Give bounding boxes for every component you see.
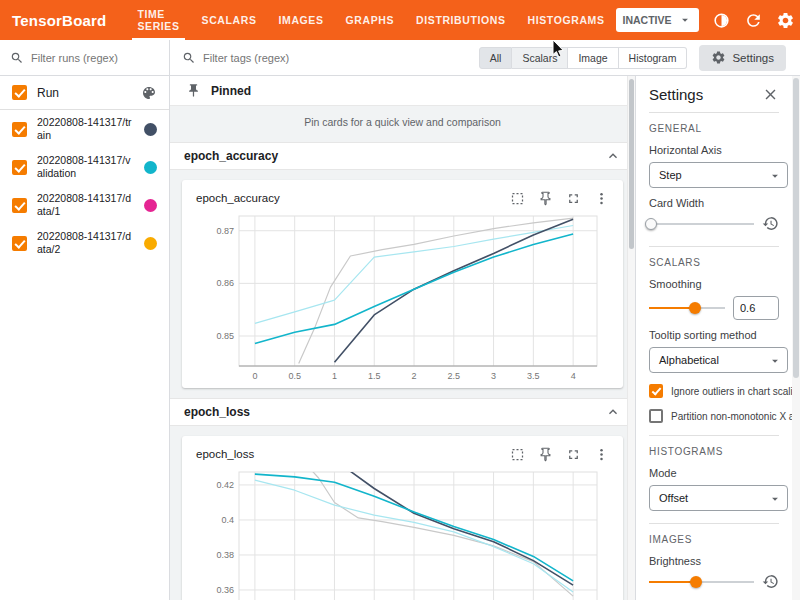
run-row[interactable]: 20220808-141317/data/1: [0, 186, 169, 224]
pinned-title: Pinned: [211, 84, 251, 98]
ignore-outliers-checkbox[interactable]: [649, 384, 663, 398]
fit-data-icon[interactable]: [510, 191, 525, 206]
histogram-mode-select[interactable]: Offset: [649, 485, 788, 511]
brightness-row: [649, 573, 779, 590]
main-scrollbar[interactable]: [627, 76, 635, 600]
theme-toggle-icon[interactable]: [712, 11, 731, 30]
more-options-icon[interactable]: [594, 191, 609, 206]
filter-chip-histogram[interactable]: Histogram: [619, 47, 688, 69]
card-title: epoch_loss: [196, 448, 254, 460]
filter-tags-input[interactable]: [203, 52, 423, 64]
reset-card-width-icon[interactable]: [762, 215, 779, 232]
card-title: epoch_accuracy: [196, 192, 280, 204]
partition-x-axis-checkbox[interactable]: [649, 409, 663, 423]
page-scrollbar[interactable]: [792, 76, 800, 600]
search-icon: [10, 51, 24, 65]
run-label: 20220808-141317/validation: [37, 154, 134, 180]
filter-chip-scalars[interactable]: Scalars: [512, 47, 568, 69]
cards-area: Pinned Pin cards for a quick view and co…: [170, 76, 635, 600]
close-icon[interactable]: [762, 86, 779, 103]
refresh-icon[interactable]: [744, 11, 763, 30]
run-row[interactable]: 20220808-141317/train: [0, 110, 169, 148]
brightness-label: Brightness: [649, 555, 779, 567]
slider-thumb[interactable]: [690, 576, 702, 588]
epoch-loss-chart[interactable]: 00.511.522.533.540.360.380.40.42: [199, 466, 607, 600]
pin-card-icon[interactable]: [538, 191, 553, 206]
histogram-mode-value: Offset: [659, 492, 688, 504]
section-title: epoch_accuracy: [184, 149, 278, 163]
card-actions: [510, 447, 609, 462]
tab-distributions[interactable]: DISTRIBUTIONS: [405, 0, 516, 40]
horizontal-axis-select[interactable]: Step: [649, 162, 788, 188]
fit-data-icon[interactable]: [510, 447, 525, 462]
brightness-slider[interactable]: [649, 575, 754, 589]
pin-card-icon[interactable]: [538, 447, 553, 462]
svg-text:0.87: 0.87: [216, 226, 234, 236]
reload-status-dropdown[interactable]: INACTIVE: [616, 8, 699, 32]
gear-icon[interactable]: [776, 11, 795, 30]
filter-runs-input[interactable]: [31, 52, 159, 64]
run-checkbox[interactable]: [12, 236, 27, 251]
run-row[interactable]: 20220808-141317/data/2: [0, 224, 169, 262]
run-label: 20220808-141317/train: [37, 116, 134, 142]
svg-text:0.5: 0.5: [288, 371, 301, 381]
card-width-slider[interactable]: [649, 217, 754, 231]
chevron-down-icon: [768, 354, 782, 368]
run-row[interactable]: 20220808-141317/validation: [0, 148, 169, 186]
select-all-runs-checkbox[interactable]: [12, 85, 27, 100]
tags-toolbar: All Scalars Image Histogram Settings: [170, 40, 800, 76]
settings-button[interactable]: Settings: [699, 45, 786, 71]
more-options-icon[interactable]: [594, 447, 609, 462]
tab-scalars[interactable]: SCALARS: [191, 0, 268, 40]
slider-thumb[interactable]: [689, 302, 701, 314]
tab-graphs[interactable]: GRAPHS: [335, 0, 406, 40]
section-header-epoch-accuracy[interactable]: epoch_accuracy: [170, 142, 635, 170]
svg-text:0: 0: [252, 371, 257, 381]
run-checkbox[interactable]: [12, 198, 27, 213]
run-label: 20220808-141317/data/2: [37, 230, 134, 256]
section-title: epoch_loss: [184, 405, 250, 419]
svg-text:0.4: 0.4: [221, 515, 234, 525]
settings-group-scalars: SCALARS Smoothing Tooltip sorting method…: [649, 246, 779, 435]
reload-status-value: INACTIVE: [623, 14, 672, 26]
reset-brightness-icon[interactable]: [762, 573, 779, 590]
pinned-empty-message: Pin cards for a quick view and compariso…: [170, 106, 635, 138]
chevron-down-icon: [768, 169, 782, 183]
svg-text:3.5: 3.5: [527, 371, 540, 381]
run-color-dot: [144, 199, 157, 212]
tab-time-series[interactable]: TIME SERIES: [126, 0, 190, 40]
slider-thumb[interactable]: [645, 218, 657, 230]
svg-text:0.86: 0.86: [216, 278, 234, 288]
tooltip-sorting-label: Tooltip sorting method: [649, 329, 779, 341]
settings-panel-header: Settings: [649, 76, 779, 112]
filter-tags-row: [182, 51, 479, 65]
filter-chip-all[interactable]: All: [479, 47, 513, 69]
svg-text:2: 2: [411, 371, 416, 381]
svg-text:0.42: 0.42: [216, 480, 234, 490]
section-header-epoch-loss[interactable]: epoch_loss: [170, 398, 635, 426]
settings-panel-title: Settings: [649, 86, 703, 103]
smoothing-label: Smoothing: [649, 278, 779, 290]
fullscreen-icon[interactable]: [566, 447, 581, 462]
smoothing-slider[interactable]: [649, 301, 725, 315]
run-checkbox[interactable]: [12, 160, 27, 175]
horizontal-axis-value: Step: [659, 169, 682, 181]
tooltip-sorting-select[interactable]: Alphabetical: [649, 347, 788, 373]
palette-icon[interactable]: [141, 85, 157, 101]
tab-histograms[interactable]: HISTOGRAMS: [517, 0, 616, 40]
filter-chip-image[interactable]: Image: [568, 47, 618, 69]
epoch-accuracy-chart[interactable]: 00.511.522.533.540.850.860.87: [199, 210, 607, 384]
svg-text:3: 3: [491, 371, 496, 381]
run-checkbox[interactable]: [12, 122, 27, 137]
search-icon: [182, 51, 196, 65]
chevron-down-icon: [678, 13, 692, 27]
chevron-up-icon[interactable]: [605, 404, 621, 420]
smoothing-value-input[interactable]: [733, 296, 779, 320]
page-scrollbar-thumb[interactable]: [793, 78, 799, 378]
tab-images[interactable]: IMAGES: [268, 0, 335, 40]
run-color-dot: [144, 237, 157, 250]
gear-icon: [711, 50, 726, 65]
fullscreen-icon[interactable]: [566, 191, 581, 206]
chevron-up-icon[interactable]: [605, 148, 621, 164]
main-scrollbar-thumb[interactable]: [629, 79, 634, 249]
